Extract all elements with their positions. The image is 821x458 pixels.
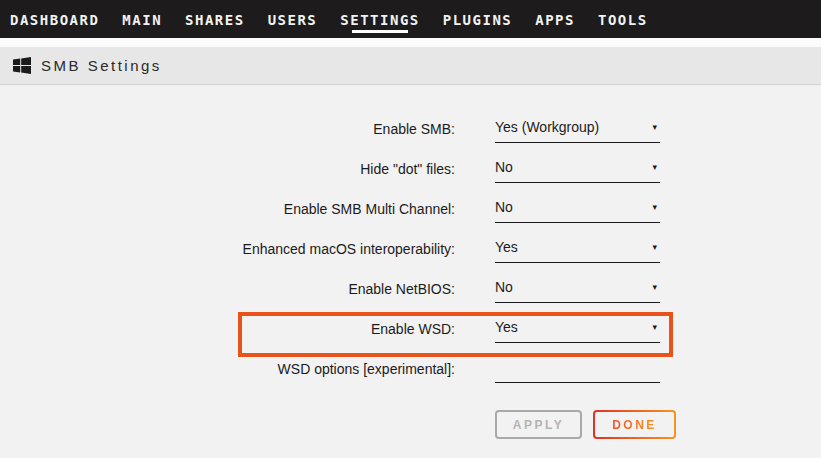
top-navigation: DASHBOARD MAIN SHARES USERS SETTINGS PLU… <box>0 0 821 38</box>
nav-item-apps[interactable]: APPS <box>535 1 575 37</box>
nav-item-shares[interactable]: SHARES <box>185 1 245 37</box>
form-row-hide-dot-files: Hide "dot" files: No ▾ <box>0 149 821 189</box>
field-label: Enable SMB Multi Channel: <box>0 201 455 217</box>
enable-wsd-select[interactable]: Yes ▾ <box>495 316 660 343</box>
form-row-enable-netbios: Enable NetBIOS: No ▾ <box>0 269 821 309</box>
field-label: Hide "dot" files: <box>0 161 455 177</box>
chevron-down-icon: ▾ <box>652 243 660 252</box>
form-row-macos-interoperability: Enhanced macOS interoperability: Yes ▾ <box>0 229 821 269</box>
apply-button-label: APPLY <box>513 418 564 432</box>
chevron-down-icon: ▾ <box>652 163 660 172</box>
chevron-down-icon: ▾ <box>652 323 660 332</box>
form-row-wsd-options: WSD options [experimental]: <box>0 349 821 389</box>
done-button-label: DONE <box>612 418 657 432</box>
nav-item-users[interactable]: USERS <box>268 1 318 37</box>
selected-value: Yes (Workgroup) <box>495 119 599 135</box>
chevron-down-icon: ▾ <box>652 283 660 292</box>
selected-value: No <box>495 279 513 295</box>
field-label: Enable NetBIOS: <box>0 281 455 297</box>
selected-value: Yes <box>495 239 518 255</box>
nav-item-dashboard[interactable]: DASHBOARD <box>10 1 99 37</box>
selected-value: No <box>495 159 513 175</box>
field-label: Enhanced macOS interoperability: <box>0 241 455 257</box>
smb-multi-channel-select[interactable]: No ▾ <box>495 196 660 223</box>
page-title: SMB Settings <box>41 57 162 74</box>
enable-smb-select[interactable]: Yes (Workgroup) ▾ <box>495 116 660 143</box>
apply-button[interactable]: APPLY <box>495 410 582 439</box>
nav-item-settings[interactable]: SETTINGS <box>340 1 419 37</box>
field-label: Enable SMB: <box>0 121 455 137</box>
field-label: WSD options [experimental]: <box>0 361 455 377</box>
enable-netbios-select[interactable]: No ▾ <box>495 276 660 303</box>
form-row-smb-multi-channel: Enable SMB Multi Channel: No ▾ <box>0 189 821 229</box>
nav-item-plugins[interactable]: PLUGINS <box>443 1 513 37</box>
chevron-down-icon: ▾ <box>652 203 660 212</box>
form-actions: APPLY DONE <box>495 410 821 439</box>
chevron-down-icon: ▾ <box>652 123 660 132</box>
selected-value: Yes <box>495 319 518 335</box>
macos-interoperability-select[interactable]: Yes ▾ <box>495 236 660 263</box>
wsd-options-input[interactable] <box>495 356 660 383</box>
smb-settings-form: Enable SMB: Yes (Workgroup) ▾ Hide "dot"… <box>0 85 821 439</box>
windows-logo-icon <box>13 57 31 74</box>
hide-dot-files-select[interactable]: No ▾ <box>495 156 660 183</box>
nav-item-tools[interactable]: TOOLS <box>598 1 648 37</box>
selected-value: No <box>495 199 513 215</box>
page-header: SMB Settings <box>0 47 821 85</box>
form-row-enable-smb: Enable SMB: Yes (Workgroup) ▾ <box>0 109 821 149</box>
done-button[interactable]: DONE <box>593 410 676 439</box>
header-spacer <box>0 38 821 47</box>
nav-item-main[interactable]: MAIN <box>122 1 162 37</box>
field-label: Enable WSD: <box>0 321 455 337</box>
form-row-enable-wsd: Enable WSD: Yes ▾ <box>0 309 821 349</box>
